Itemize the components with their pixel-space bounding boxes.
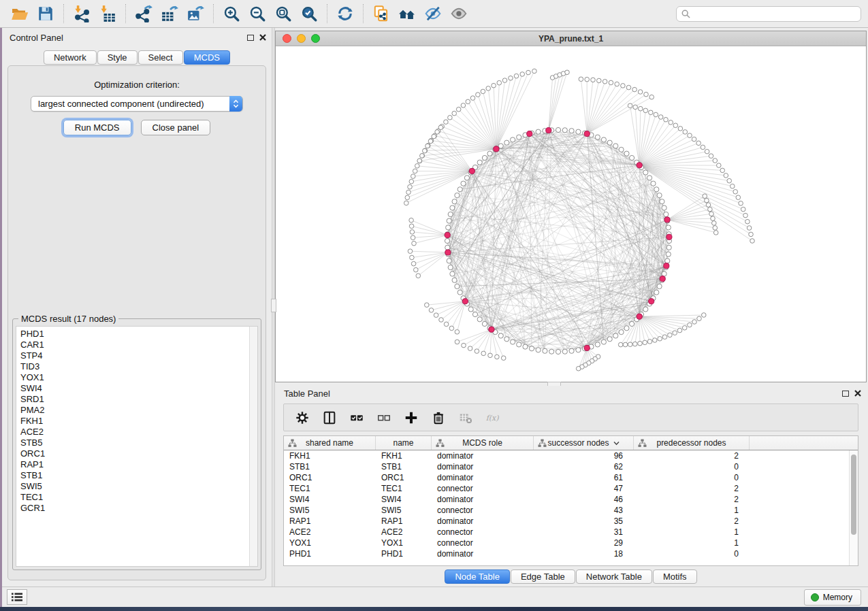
column-label: predecessor nodes: [656, 438, 726, 448]
export-network-button[interactable]: [131, 3, 157, 24]
column-header-mcds-role[interactable]: MCDS role: [432, 436, 534, 450]
table-cell: ORC1: [376, 473, 432, 482]
mcds-result-item[interactable]: PMA2: [20, 405, 257, 416]
tab-edge-table[interactable]: Edge Table: [511, 569, 575, 584]
float-panel-icon[interactable]: [842, 391, 849, 397]
tab-mcds[interactable]: MCDS: [184, 50, 230, 65]
column-header-shared-name[interactable]: shared name: [284, 436, 376, 450]
zoom-in-button[interactable]: [219, 3, 244, 24]
function-builder-button[interactable]: f(x): [481, 407, 504, 429]
mcds-result-item[interactable]: CAR1: [20, 340, 257, 350]
tab-motifs[interactable]: Motifs: [653, 569, 697, 584]
run-mcds-button[interactable]: Run MCDS: [63, 120, 131, 135]
table-body[interactable]: FKH1FKH1dominator962STB1STB1dominator620…: [284, 450, 858, 559]
mcds-result-item[interactable]: STP4: [20, 350, 257, 361]
memory-label: Memory: [823, 593, 852, 602]
float-panel-icon[interactable]: [247, 35, 254, 41]
refresh-view-button[interactable]: [332, 3, 358, 24]
scrollbar-thumb[interactable]: [851, 455, 856, 535]
mcds-result-item[interactable]: RAP1: [20, 459, 257, 470]
network-graph[interactable]: [276, 46, 866, 382]
table-row[interactable]: PHD1PHD1dominator180: [284, 548, 858, 559]
table-row[interactable]: ORC1ORC1dominator610: [284, 472, 858, 483]
mcds-result-item[interactable]: TEC1: [20, 492, 257, 503]
checked-boxes-icon: [349, 410, 364, 425]
table-cell: 31: [534, 527, 634, 537]
tab-network-table[interactable]: Network Table: [576, 569, 652, 584]
table-scrollbar[interactable]: [849, 450, 858, 565]
table-cell: 2: [634, 451, 750, 461]
zoom-out-button[interactable]: [244, 3, 270, 24]
table-cell: 2: [634, 484, 750, 493]
mcds-result-item[interactable]: SRD1: [20, 394, 257, 405]
zoom-fit-button[interactable]: [270, 3, 296, 24]
criterion-select[interactable]: largest connected component (undirected): [31, 96, 243, 112]
mcds-result-item[interactable]: ORC1: [20, 448, 257, 459]
close-panel-icon[interactable]: [854, 390, 861, 397]
import-network-button[interactable]: [69, 3, 95, 24]
column-header-predecessor-nodes[interactable]: predecessor nodes: [634, 436, 750, 450]
close-panel-icon[interactable]: [259, 34, 266, 41]
split-table-view-button[interactable]: [318, 407, 341, 429]
export-image-button[interactable]: [182, 3, 208, 24]
table-row[interactable]: SWI5SWI5connector431: [284, 505, 858, 516]
mcds-result-item[interactable]: FKH1: [20, 416, 257, 427]
table-row[interactable]: RAP1RAP1dominator352: [284, 516, 858, 527]
delete-table-button[interactable]: [454, 407, 477, 429]
result-scrollbar[interactable]: [249, 327, 257, 566]
mcds-result-item[interactable]: STB1: [20, 470, 257, 481]
create-column-button[interactable]: [400, 407, 423, 429]
hide-selected-button[interactable]: [420, 3, 446, 24]
memory-button[interactable]: Memory: [804, 589, 861, 606]
tab-node-table[interactable]: Node Table: [445, 569, 510, 584]
table-settings-button[interactable]: [291, 407, 314, 429]
tab-select[interactable]: Select: [138, 50, 183, 65]
export-network-icon: [135, 5, 152, 22]
save-session-button[interactable]: [33, 3, 59, 24]
mcds-result-item[interactable]: ACE2: [20, 427, 257, 437]
zoom-selected-button[interactable]: [296, 3, 322, 24]
delete-column-button[interactable]: [427, 407, 450, 429]
table-row[interactable]: STB1STB1dominator620: [284, 461, 858, 472]
mcds-result-item[interactable]: YOX1: [20, 372, 257, 383]
search-input[interactable]: [676, 6, 861, 22]
deselect-all-columns-button[interactable]: [372, 407, 396, 429]
close-panel-button[interactable]: Close panel: [141, 120, 211, 135]
table-cell: FKH1: [284, 451, 376, 461]
table-cell: connector: [432, 538, 534, 548]
tab-style[interactable]: Style: [97, 50, 138, 65]
mcds-result-item[interactable]: PHD1: [20, 329, 257, 340]
table-row[interactable]: SWI4SWI4dominator462: [284, 494, 858, 505]
mcds-result-item[interactable]: SWI5: [20, 481, 257, 492]
show-hidden-button[interactable]: [446, 3, 472, 24]
node-table[interactable]: shared name name MCDS role: [283, 435, 858, 566]
search-icon: [681, 10, 690, 18]
eye-icon: [450, 5, 468, 22]
select-all-columns-button[interactable]: [345, 407, 368, 429]
network-view-titlebar[interactable]: YPA_prune.txt_1: [276, 31, 866, 46]
export-table-button[interactable]: [157, 3, 182, 24]
network-canvas[interactable]: [276, 46, 866, 382]
table-row[interactable]: YOX1YOX1connector291: [284, 538, 858, 548]
column-header-successor-nodes[interactable]: successor nodes: [534, 436, 634, 450]
import-table-button[interactable]: [95, 3, 120, 24]
task-history-button[interactable]: [7, 589, 27, 605]
table-row[interactable]: FKH1FKH1dominator962: [284, 450, 858, 461]
toolbar-divider: [63, 4, 64, 23]
splitter-grip[interactable]: [271, 299, 276, 312]
first-neighbors-button[interactable]: [394, 3, 420, 24]
table-row[interactable]: TEC1TEC1connector472: [284, 483, 858, 494]
table-cell: ACE2: [376, 527, 432, 537]
column-header-name[interactable]: name: [376, 436, 432, 450]
mcds-result-item[interactable]: SWI4: [20, 383, 257, 394]
mcds-result-item[interactable]: TID3: [20, 361, 257, 372]
table-row[interactable]: ACE2ACE2connector311: [284, 527, 858, 538]
tab-network[interactable]: Network: [44, 50, 97, 65]
mcds-result-item[interactable]: STB5: [20, 437, 257, 448]
table-cell: dominator: [432, 549, 534, 559]
duplicate-network-button[interactable]: [368, 3, 394, 24]
mcds-result-list[interactable]: PHD1CAR1STP4TID3YOX1SWI4SRD1PMA2FKH1ACE2…: [16, 326, 258, 567]
mcds-result-item[interactable]: GCR1: [20, 503, 257, 514]
export-table-icon: [161, 5, 178, 22]
open-file-button[interactable]: [7, 3, 33, 24]
